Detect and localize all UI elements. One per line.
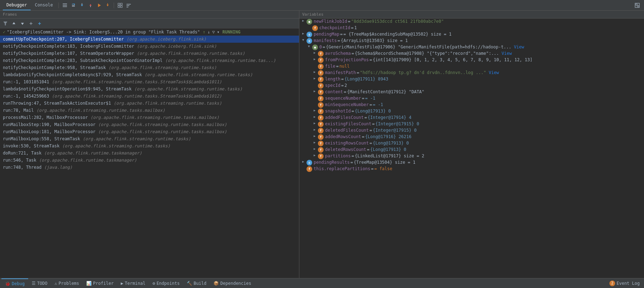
var-row[interactable]: ▶ ≡ pendingMap = = {TreeMap$AscendingSub… — [299, 31, 644, 38]
var-row[interactable]: f file = null — [299, 63, 644, 70]
list-view-button[interactable] — [61, 1, 69, 9]
event-log-label: Event Log — [617, 281, 640, 286]
frame-item[interactable]: notifyCheckpointComplete:283, SubtaskChe… — [0, 57, 299, 64]
svg-rect-4 — [72, 5, 75, 6]
frame-item[interactable]: notifyCheckpointComplete:183, IcebergFil… — [0, 43, 299, 50]
frame-item[interactable]: runMailboxLoop:181, MailboxProcessor (or… — [0, 128, 299, 135]
tab-debugger-label: Debugger — [6, 2, 27, 7]
var-row[interactable]: f specId = 2 — [299, 83, 644, 89]
var-row[interactable]: ▶ f fromProjectionPos = {int[14]@17909} … — [299, 57, 644, 63]
frame-item[interactable]: runThrowing:47, StreamTaskActionExecutor… — [0, 100, 299, 107]
event-log-badge: 2 — [609, 281, 615, 286]
var-row[interactable]: ▶ f deletedRowsCount = {Long@17913} 0 — [299, 147, 644, 153]
var-row[interactable]: f sequenceNumber = = -1 — [299, 95, 644, 102]
frame-item[interactable]: run:-1, 1454259663 (org.apache.flink.str… — [0, 93, 299, 100]
frame-item[interactable]: run:546, Task (org.apache.flink.runtime.… — [0, 157, 299, 164]
svg-rect-2 — [63, 6, 67, 7]
svg-marker-8 — [89, 4, 92, 6]
bottom-bar: 🐞Debug☰TODO⚠Problems📊Profiler▶Terminal⚙E… — [0, 278, 644, 288]
var-row[interactable]: f checkpointId = 1 — [299, 25, 644, 31]
svg-marker-24 — [12, 22, 15, 24]
bottom-tab-problems[interactable]: ⚠Problems — [51, 278, 83, 288]
svg-rect-21 — [636, 4, 637, 5]
more-options-button[interactable] — [125, 1, 133, 9]
svg-rect-16 — [120, 6, 122, 7]
svg-rect-12 — [108, 3, 108, 5]
variables-content[interactable]: ▶ ● newFlinkJobId = "8dd3dae9153dccd ct5… — [299, 19, 644, 278]
var-row[interactable]: ▼ ● 0 = {GenericManifestFile@17906} "Gen… — [299, 44, 644, 51]
filter-icon[interactable] — [1, 20, 9, 27]
var-row[interactable]: ▶ f partitions = {LinkedList@17917} size… — [299, 153, 644, 159]
bottom-tab-terminal[interactable]: ▶Terminal — [117, 278, 149, 288]
run-to-cursor-button[interactable] — [95, 1, 103, 9]
svg-marker-23 — [4, 22, 7, 25]
collapse-button[interactable] — [27, 20, 35, 27]
active-frame[interactable]: commitUpToCheckpoint:207, IcebergFilesCo… — [0, 36, 299, 43]
tab-console[interactable]: Console — [31, 0, 57, 10]
var-row[interactable]: ▶ f addedRowsCount = {Long@17916} 26216 — [299, 134, 644, 140]
step-over-button[interactable] — [69, 1, 77, 9]
bottom-tab-debug[interactable]: 🐞Debug — [1, 278, 28, 288]
var-row[interactable]: ▶ f content = {ManifestContent@17912} "D… — [299, 89, 644, 95]
bottom-tab-endpoints[interactable]: ⚙Endpoints — [149, 278, 183, 288]
frame-item[interactable]: notifyCheckpointComplete:958, StreamTask… — [0, 64, 299, 71]
frame-item[interactable]: invoke:530, StreamTask (org.apache.flink… — [0, 142, 299, 150]
frame-item[interactable]: processMail:282, MailboxProcessor (org.a… — [0, 114, 299, 121]
frames-list-area[interactable]: ✓ "IcebergFilesCommitter -> Sink: Iceber… — [0, 28, 299, 278]
frame-item[interactable]: run:-1, 1031851041 (org.apache.flink.str… — [0, 78, 299, 85]
step-out-button[interactable] — [87, 1, 94, 9]
svg-rect-19 — [127, 7, 128, 7]
bottom-tab-profiler[interactable]: 📊Profiler — [83, 278, 117, 288]
var-row[interactable]: ▶ f avroSchema = {Schema$RecordSchema@17… — [299, 51, 644, 57]
frame-item[interactable]: lambda$notifyCheckpointOperation$9:945, … — [0, 85, 299, 93]
svg-rect-17 — [127, 4, 131, 5]
frame-item[interactable]: runMailboxStep:190, MailboxProcessor (or… — [0, 121, 299, 128]
svg-rect-22 — [637, 5, 639, 7]
thread-header[interactable]: ✓ "IcebergFilesCommitter -> Sink: Iceber… — [0, 28, 299, 36]
frame-item[interactable]: runMailboxLoop:558, StreamTask (org.apac… — [0, 135, 299, 142]
var-row[interactable]: ▶ f deletedFilesCount = {Integer@17915} … — [299, 127, 644, 134]
var-row[interactable]: ▶ f existingFilesCount = {Integer@17915}… — [299, 121, 644, 127]
var-row[interactable]: f this.replacePartitions = = false — [299, 166, 644, 172]
svg-rect-0 — [63, 4, 67, 4]
var-row[interactable]: f minSequenceNumber = = -1 — [299, 102, 644, 108]
var-row[interactable]: ▶ f snapshotId = {Long@17913} 0 — [299, 108, 644, 115]
svg-rect-13 — [118, 3, 120, 5]
var-row[interactable]: ▼ ≡ manifests = {ArrayList@13503} size =… — [299, 38, 644, 44]
thread-status: RUNNING — [222, 30, 241, 35]
var-row[interactable]: ▶ f length = {Long@17911} 8943 — [299, 76, 644, 83]
thread-down-arrow: ↓ — [207, 30, 210, 35]
svg-rect-5 — [72, 6, 75, 7]
frame-item[interactable]: lambda$notifyCheckpointCompleteAsync$7:9… — [0, 71, 299, 78]
event-log-button[interactable]: 2 Event Log — [607, 278, 643, 288]
bottom-tab-todo[interactable]: ☰TODO — [28, 278, 51, 288]
bottom-tab-dependencies[interactable]: 📦Dependencies — [210, 278, 255, 288]
svg-rect-27 — [31, 22, 31, 25]
step-into-button[interactable] — [78, 1, 86, 9]
up-button[interactable] — [10, 20, 18, 27]
var-row[interactable]: ▶ ≡ pendingResults = {TreeMap@13504} siz… — [299, 159, 644, 166]
force-step-button[interactable] — [104, 1, 112, 9]
down-button[interactable] — [19, 20, 26, 27]
bottom-tab-build[interactable]: 🔨Build — [183, 278, 210, 288]
frame-item[interactable]: run:748, Thread (java.lang) — [0, 164, 299, 171]
variables-panel: Variables ▶ ● newFlinkJobId = "8dd3dae91… — [299, 11, 644, 278]
var-list: ▶ ● newFlinkJobId = "8dd3dae9153dccd ct5… — [299, 19, 644, 172]
svg-rect-9 — [91, 6, 91, 7]
svg-rect-18 — [127, 5, 129, 6]
tab-debugger[interactable]: Debugger — [3, 0, 31, 10]
add-button[interactable]: + — [36, 20, 43, 27]
var-row[interactable]: ▶ f addedFilesCount = {Integer@17914} 4 — [299, 115, 644, 121]
frames-toolbar: + — [0, 19, 299, 28]
thread-menu-icon: ▾ — [217, 30, 220, 35]
active-frame-text: commitUpToCheckpoint:207, IcebergFilesCo… — [3, 37, 206, 42]
svg-marker-25 — [21, 23, 24, 25]
frame-item[interactable]: notifyCheckpointComplete:107, StreamOper… — [0, 50, 299, 57]
var-row[interactable]: ▶ f manifestPath = "hdfs://hadoop tp.g? … — [299, 70, 644, 76]
maximize-button[interactable] — [633, 1, 641, 9]
var-row[interactable]: ▶ f existingRowsCount = {Long@17913} 0 — [299, 140, 644, 147]
frame-item[interactable]: doRun:721, Task (org.apache.flink.runtim… — [0, 150, 299, 157]
grid-view-button[interactable] — [116, 1, 124, 9]
var-row[interactable]: ▶ ● newFlinkJobId = "8dd3dae9153dccd ct5… — [299, 19, 644, 25]
frame-item[interactable]: run:78, Mail (org.apache.flink.streaming… — [0, 107, 299, 114]
